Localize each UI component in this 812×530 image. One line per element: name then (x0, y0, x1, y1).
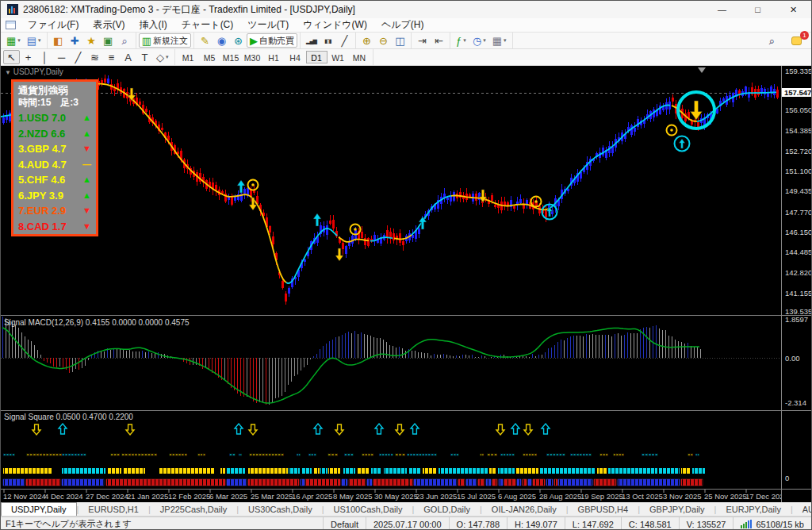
text-label-tool[interactable]: T (136, 50, 153, 64)
timeframe-d1[interactable]: D1 (306, 51, 327, 63)
timeframe-m15[interactable]: M15 (220, 51, 242, 63)
metaeditor-button[interactable]: ◉ (213, 33, 230, 48)
strength-label: 6.JPY 3.9 (18, 190, 63, 201)
status-time: 2025.07.17 00:00 (366, 517, 449, 530)
tab-us100cashdaily[interactable]: US100Cash,Daily (324, 502, 412, 516)
cursor-icon: ↖ (7, 52, 16, 63)
symbol-label[interactable]: ▼ USDJPY,Daily (5, 67, 63, 76)
tab-golddaily[interactable]: GOLD,Daily (414, 502, 480, 516)
auto-scroll-button[interactable]: ⇥ (414, 33, 431, 48)
new-chart-button[interactable]: ▦▾ (3, 33, 24, 48)
auto-trading-button[interactable]: ▶自動売買 (247, 33, 297, 48)
chart-shift-icon: ⇤ (435, 36, 443, 46)
chart-shift-button[interactable]: ⇤ (431, 33, 447, 48)
zoom-in-button[interactable]: ⊕ (358, 33, 375, 48)
chart-candles-button[interactable]: ▮▯▮ (320, 33, 336, 48)
indicators-button[interactable]: ƒ▾ (453, 33, 469, 48)
tab-usdjpydaily[interactable]: USDJPY,Daily (1, 502, 77, 516)
candles-layer (2, 75, 779, 305)
menu-item-c[interactable]: チャート(C) (174, 18, 241, 32)
chart-bars-button[interactable]: ▂▄▆ (303, 33, 320, 48)
menu-item-w[interactable]: ウィンドウ(W) (296, 18, 374, 32)
market-watch-button[interactable]: ◧ (50, 33, 67, 48)
strength-rows: 1.USD 7.0▲2.NZD 6.6▲3.GBP 4.7▼4.AUD 4.7—… (18, 110, 91, 234)
drawing-tools-group: ↖+│─╱≋≡AT◇▾ (1, 49, 175, 65)
tile-windows-button[interactable]: ◫ (392, 33, 408, 48)
maximize-button[interactable]: □ (740, 1, 776, 18)
text-tool[interactable]: A (120, 50, 136, 64)
tab-us30cashdaily[interactable]: US30Cash,Daily (239, 502, 322, 516)
chevron-down-icon[interactable]: ▼ (5, 69, 11, 76)
chart-area[interactable]: ××××××××××××××××××××××××××××××××××××××××… (1, 66, 812, 502)
date-tick: 19 Sep 2025 (580, 492, 623, 501)
timeframe-m1[interactable]: M1 (178, 51, 199, 63)
chart-window-icon[interactable] (6, 21, 16, 29)
menu-item-t[interactable]: ツール(T) (240, 18, 296, 32)
cursor-tool[interactable]: ↖ (3, 50, 20, 64)
timeframe-h1[interactable]: H1 (263, 51, 285, 63)
menu-item-i[interactable]: 挿入(I) (132, 18, 174, 32)
tab-gbpusdh4[interactable]: GBPUSD,H4 (569, 502, 638, 516)
svg-text:××××××××××: ×××××××××× (407, 451, 437, 457)
date-tick: 16 Apr 2025 (292, 492, 332, 501)
tab-audjpyh1[interactable]: AUDJPY,H1 (793, 502, 812, 516)
toolbox-button[interactable]: ▣ (100, 33, 117, 48)
vertical-line-tool[interactable]: │ (36, 50, 53, 64)
templates-button[interactable]: ▦▾ (489, 33, 510, 48)
zoom-out-icon: ⊖ (379, 36, 388, 46)
notifications-button[interactable]: 1 (788, 33, 805, 48)
timeframe-m30[interactable]: M30 (242, 51, 263, 63)
price-tick: 152.720 (785, 147, 812, 156)
periods-button[interactable]: ◷▾ (469, 33, 489, 48)
community-button[interactable]: ⊛ (230, 33, 247, 48)
svg-text:×××: ××× (395, 451, 405, 457)
price-tick: 146.150 (785, 228, 812, 236)
menu-item-f[interactable]: ファイル(F) (21, 18, 86, 32)
menu-bar: ファイル(F)表示(V)挿入(I)チャート(C)ツール(T)ウィンドウ(W)ヘル… (1, 18, 811, 33)
timeframe-h4[interactable]: H4 (285, 51, 306, 63)
trend-up-icon: ▲ (82, 129, 91, 138)
svg-text:×××××: ××××× (523, 451, 537, 457)
search-button[interactable]: ⌕ (764, 33, 780, 48)
svg-text:×××: ××× (344, 451, 354, 457)
navigator-icon: ★ (86, 36, 96, 46)
new-order-button[interactable]: ▥新規注文 (139, 33, 191, 48)
menu-item-h[interactable]: ヘルプ(H) (374, 18, 431, 32)
tab-jp225cashdaily[interactable]: JP225Cash,Daily (151, 502, 236, 516)
price-tick: 159.335 (785, 67, 812, 75)
status-connection: 65108/15 kb (733, 517, 811, 530)
strategy-tester-button[interactable]: ⌕ (117, 33, 133, 48)
horizontal-line-tool[interactable]: ─ (53, 50, 70, 64)
shapes-tool[interactable]: ◇▾ (153, 50, 172, 64)
trendline-tool[interactable]: ╱ (70, 50, 86, 64)
profiles-button[interactable]: ▤▾ (24, 33, 44, 48)
price-axis[interactable]: 159.335156.050154.385152.720151.100149.4… (781, 66, 812, 502)
style-editor-button[interactable]: ✎ (197, 33, 213, 48)
status-low: L: 147.692 (565, 517, 621, 530)
close-button[interactable]: ✕ (776, 1, 811, 18)
date-tick: 4 Dec 2024 (44, 492, 83, 501)
navigator-button[interactable]: ★ (83, 33, 100, 48)
strength-label: 8.CAD 1.7 (18, 221, 67, 232)
tab-eurjpydaily[interactable]: EURJPY,Daily (716, 502, 791, 516)
data-window-button[interactable]: ✚ (67, 33, 83, 48)
minimize-button[interactable]: — (704, 1, 740, 18)
chart-line-button[interactable]: ╱ (336, 33, 353, 48)
tab-oiljan26daily[interactable]: OIL-JAN26,Daily (482, 502, 566, 516)
title-bar: 23806182: XMTrading-Demo 3 - デモ口座 - Trad… (1, 1, 811, 18)
timeframe-w1[interactable]: W1 (327, 51, 349, 63)
chart-canvas[interactable]: ××××××××××××××××××××××××××××××××××××××××… (1, 66, 781, 502)
crosshair-tool[interactable]: + (20, 50, 36, 64)
tab-gbpjpydaily[interactable]: GBPJPY,Daily (640, 502, 714, 516)
time-axis[interactable]: 12 Nov 20244 Dec 202427 Dec 202421 Jan 2… (1, 490, 781, 502)
strength-row-usd: 1.USD 7.0▲ (18, 110, 91, 126)
zoom-out-button[interactable]: ⊖ (375, 33, 392, 48)
timeframe-mn[interactable]: MN (349, 51, 370, 63)
chevron-down-icon: ▾ (463, 37, 466, 44)
menu-item-v[interactable]: 表示(V) (86, 18, 132, 32)
levels-tool[interactable]: ≡ (103, 50, 120, 64)
currency-strength-panel: 通貨別強弱 時間:15 足:3 1.USD 7.0▲2.NZD 6.6▲3.GB… (11, 79, 98, 236)
timeframe-m5[interactable]: M5 (199, 51, 220, 63)
fibonacci-tool[interactable]: ≋ (86, 50, 103, 64)
tab-eurusdh1[interactable]: EURUSD,H1 (79, 502, 148, 516)
